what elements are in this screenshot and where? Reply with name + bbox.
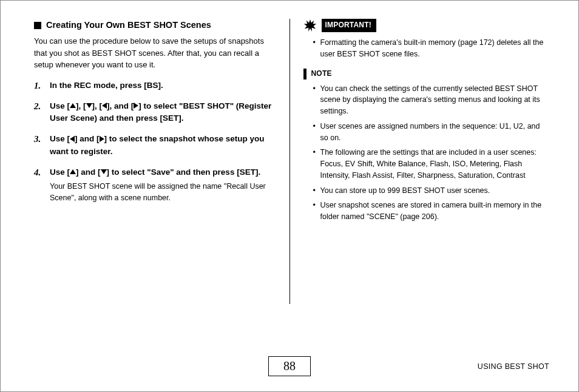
svg-marker-0 — [303, 19, 316, 32]
note-header: NOTE — [303, 69, 546, 79]
down-arrow-icon — [86, 103, 92, 108]
left-arrow-icon — [70, 136, 75, 142]
step-head: Use [], [], [], and [] to select "BEST S… — [50, 100, 276, 125]
left-column: Creating Your Own BEST SHOT Scenes You c… — [28, 19, 290, 304]
step-2: Use [], [], [], and [] to select "BEST S… — [34, 100, 276, 125]
right-arrow-icon — [100, 136, 104, 142]
page-number: 88 — [268, 356, 311, 376]
important-header: IMPORTANT! — [303, 19, 546, 32]
heading-text: Creating Your Own BEST SHOT Scenes — [46, 19, 211, 32]
step-head: Use [] and [] to select the snapshot who… — [50, 133, 276, 158]
note-sub: Focus, EV Shift, White Balance, Flash, I… — [320, 158, 546, 181]
right-column: IMPORTANT! Formatting the camera's built… — [290, 19, 552, 304]
important-list: Formatting the camera's built-in memory … — [303, 37, 546, 60]
page-footer: 88 USING BEST SHOT — [1, 356, 578, 380]
steps-list: In the REC mode, press [BS]. Use [], [],… — [34, 79, 276, 204]
square-bullet-icon — [34, 22, 41, 29]
step-body: Your BEST SHOT scene will be assigned th… — [50, 181, 276, 204]
down-arrow-icon — [101, 169, 107, 174]
right-arrow-icon — [134, 103, 138, 109]
note-item: You can store up to 999 BEST SHOT user s… — [313, 185, 546, 197]
starburst-icon — [303, 19, 317, 32]
step-4: Use [] and [] to select "Save" and then … — [34, 166, 276, 204]
step-1: In the REC mode, press [BS]. — [34, 79, 276, 92]
intro-paragraph: You can use the procedure below to save … — [34, 35, 276, 71]
note-list: You can check the settings of the curren… — [303, 83, 546, 223]
note-item: You can check the settings of the curren… — [313, 83, 546, 117]
note-item: The following are the settings that are … — [313, 147, 546, 181]
note-bar-icon — [303, 69, 306, 79]
section-heading: Creating Your Own BEST SHOT Scenes — [34, 19, 276, 32]
step-head: In the REC mode, press [BS]. — [50, 79, 276, 92]
step-3: Use [] and [] to select the snapshot who… — [34, 133, 276, 158]
note-item: User scenes are assigned numbers in the … — [313, 121, 546, 144]
footer-section-label: USING BEST SHOT — [478, 362, 549, 371]
note-item: User snapshot scenes are stored in camer… — [313, 200, 546, 223]
page-content: Creating Your Own BEST SHOT Scenes You c… — [1, 1, 578, 340]
up-arrow-icon — [70, 103, 76, 108]
step-head: Use [] and [] to select "Save" and then … — [50, 166, 276, 178]
important-item: Formatting the camera's built-in memory … — [313, 37, 546, 60]
left-arrow-icon — [102, 103, 107, 109]
up-arrow-icon — [70, 169, 76, 174]
important-label: IMPORTANT! — [322, 19, 376, 32]
note-label: NOTE — [311, 69, 332, 79]
